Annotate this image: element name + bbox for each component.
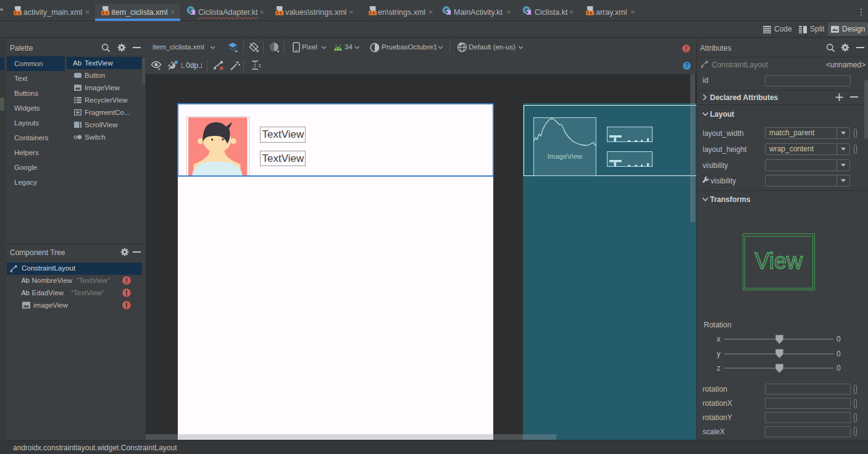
svg-text:?: ?: [685, 62, 688, 69]
svg-text:ImageView: ImageView: [547, 153, 582, 160]
